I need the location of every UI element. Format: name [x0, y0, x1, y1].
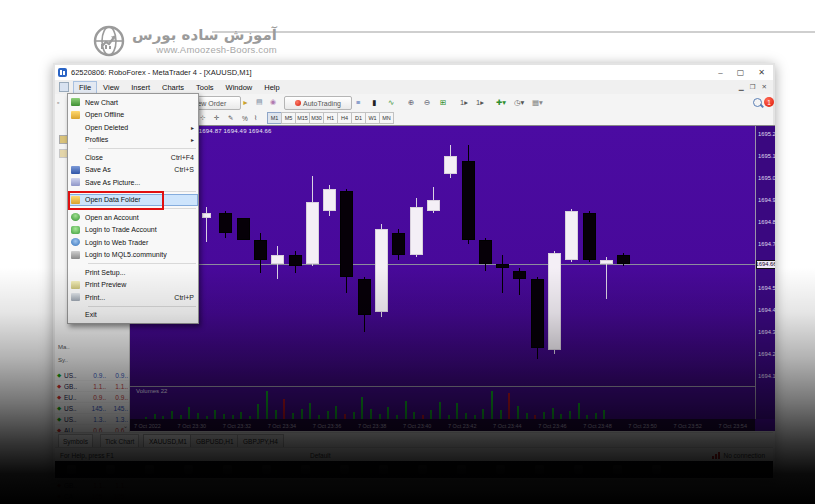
- file-menu-item-new-chart[interactable]: New Chart: [68, 96, 198, 109]
- mt4-app-icon: [58, 68, 67, 77]
- file-menu-item-print-[interactable]: Print...Ctrl+P: [68, 291, 198, 304]
- toolbar-bar-chart-icon[interactable]: ≡: [356, 96, 360, 108]
- volume-bar: [517, 406, 519, 419]
- market-watch-row[interactable]: ◆GB..1.1..1.1..: [55, 480, 129, 491]
- chart-tab-gbpjpy-h4[interactable]: GBPJPY,H4: [237, 434, 284, 448]
- time-axis-label: 7 Oct 23:34: [268, 423, 296, 429]
- timeframe-h4[interactable]: H4: [337, 112, 352, 124]
- drawing-tool-icon[interactable]: ⌇: [254, 112, 257, 124]
- scroll-down-arrow[interactable]: ⌄: [123, 422, 128, 429]
- candle-body: [427, 200, 440, 211]
- file-menu-item-exit[interactable]: Exit: [68, 309, 198, 322]
- toolbar-print-chart-icon[interactable]: ▤: [256, 96, 263, 108]
- market-watch-row[interactable]: ◆US..1.3..1.3..: [55, 414, 129, 425]
- tick-up-icon: ◆: [57, 372, 64, 378]
- chart-window[interactable]: XAUUSD,M1 1694.87 1694.87 1694.49 1694.6…: [130, 125, 775, 431]
- market-watch-row[interactable]: ◆EU..0.9..0.9..: [55, 392, 129, 403]
- market-watch-tab-tick-chart[interactable]: Tick Chart: [100, 434, 139, 448]
- file-menu-item-open-offline[interactable]: Open Offline: [68, 109, 198, 122]
- timeframe-m30[interactable]: M30: [309, 112, 324, 124]
- toolbar-auto-scroll-icon[interactable]: 1▸: [460, 96, 468, 108]
- market-watch-row[interactable]: ◆CA..105..105..: [55, 491, 129, 502]
- market-watch-caption: Ma..: [58, 344, 70, 350]
- submenu-arrow-icon: ▸: [191, 136, 194, 143]
- file-menu-item-profiles[interactable]: Profiles▸: [68, 134, 198, 147]
- drawing-tool-icon[interactable]: ✛: [214, 112, 219, 124]
- file-menu-item-login-to-trade-account[interactable]: Login to Trade Account: [68, 224, 198, 237]
- toolbar-chart-shift-icon[interactable]: ►: [242, 96, 249, 108]
- drawing-tool-icon[interactable]: %: [242, 112, 248, 124]
- maximize-button[interactable]: ▢: [737, 68, 745, 77]
- timeframe-m1[interactable]: M1: [267, 112, 282, 124]
- volume-bar: [266, 391, 268, 419]
- taskbar-app-icon: [574, 465, 583, 474]
- candlestick: [271, 126, 284, 386]
- file-menu-item-print-preview[interactable]: Print Preview: [68, 279, 198, 292]
- price-pane[interactable]: XAUUSD,M1 1694.87 1694.87 1694.49 1694.6…: [130, 126, 755, 386]
- menu-file[interactable]: File: [73, 81, 97, 94]
- file-menu-item-save-as-picture-[interactable]: Save As Picture...: [68, 176, 198, 189]
- toolbar-indicators-icon[interactable]: ✚▾: [496, 96, 506, 108]
- web-icon: [71, 238, 80, 246]
- minimize-button[interactable]: –: [718, 68, 722, 77]
- candle-body: [323, 189, 336, 211]
- market-watch-row[interactable]: ◆US..145..145..: [55, 403, 129, 414]
- menu-insert[interactable]: Insert: [125, 81, 156, 94]
- toolbar-line-chart-icon[interactable]: ∿: [388, 96, 394, 108]
- file-menu-item-open-deleted[interactable]: Open Deleted▸: [68, 121, 198, 134]
- toolbar-periods-icon[interactable]: ◷▾: [514, 96, 524, 108]
- toolbar-icon[interactable]: ▫: [57, 96, 59, 108]
- search-icon[interactable]: [753, 98, 762, 107]
- timeframe-w1[interactable]: W1: [365, 112, 380, 124]
- taskbar-app-icon: [652, 465, 661, 474]
- taskbar-app-icon: [613, 465, 622, 474]
- child-restore-button[interactable]: ❐: [750, 83, 756, 91]
- menu-tools[interactable]: Tools: [190, 81, 220, 94]
- menu-view[interactable]: View: [97, 81, 125, 94]
- market-watch-row[interactable]: ◆GB..1.1..1.1..: [55, 381, 129, 392]
- child-close-button[interactable]: ✕: [762, 83, 767, 91]
- timeframe-mn[interactable]: MN: [379, 112, 394, 124]
- notification-badge[interactable]: 1: [764, 97, 774, 107]
- market-watch-tab-symbols[interactable]: Symbols: [58, 434, 93, 448]
- volume-pane[interactable]: Volumes 22: [130, 387, 755, 419]
- file-menu-label: Login to Web Trader: [85, 239, 148, 246]
- drawing-tool-icon[interactable]: ⊹: [200, 112, 205, 124]
- menu-charts[interactable]: Charts: [156, 81, 190, 94]
- child-minimize-button[interactable]: ▁: [739, 83, 744, 91]
- file-menu-item-print-setup-[interactable]: Print Setup...: [68, 266, 198, 279]
- menu-window[interactable]: Window: [220, 81, 259, 94]
- volume-bar: [283, 399, 285, 419]
- toolbar-zoom-in-icon[interactable]: ⊕: [408, 96, 414, 108]
- menu-help[interactable]: Help: [258, 81, 285, 94]
- candle-wick: [502, 255, 503, 292]
- file-menu-item-open-an-account[interactable]: Open an Account: [68, 211, 198, 224]
- toolbar-news-icon[interactable]: ◉: [270, 96, 276, 108]
- time-axis-label: 7 Oct 23:50: [628, 423, 656, 429]
- file-menu-item-login-to-mql5-community[interactable]: Login to MQL5.community: [68, 249, 198, 262]
- candle-body: [340, 191, 353, 277]
- timeframe-d1[interactable]: D1: [351, 112, 366, 124]
- menu-separator: [88, 148, 196, 149]
- timeframe-h1[interactable]: H1: [323, 112, 338, 124]
- timeframe-m5[interactable]: M5: [281, 112, 296, 124]
- volume-bar: [301, 409, 303, 419]
- toolbar-templates-icon[interactable]: ▦▾: [532, 96, 543, 108]
- market-watch-row[interactable]: ◆US..0.9..0.9..: [55, 370, 129, 381]
- chart-tab-xauusd-m1[interactable]: XAUUSD,M1: [143, 434, 193, 448]
- close-button[interactable]: ✕: [758, 68, 765, 77]
- file-menu-item-login-to-web-trader[interactable]: Login to Web Trader: [68, 236, 198, 249]
- toolbar-chart-shift-end-icon[interactable]: 1▸: [476, 96, 484, 108]
- timeframe-m15[interactable]: M15: [295, 112, 310, 124]
- toolbar-zoom-out-icon[interactable]: ⊖: [424, 96, 430, 108]
- toolbar-candlestick-chart-icon[interactable]: ▮: [372, 96, 376, 108]
- file-menu-item-open-data-folder[interactable]: Open Data Folder: [68, 194, 198, 207]
- file-menu-item-close[interactable]: CloseCtrl+F4: [68, 151, 198, 164]
- autotrading-button[interactable]: AutoTrading: [284, 96, 352, 110]
- toolbar-tile-windows-icon[interactable]: ⊞: [440, 96, 446, 108]
- taskbar-app-icon: [184, 465, 193, 474]
- file-menu-item-save-as[interactable]: Save AsCtrl+S: [68, 164, 198, 177]
- chart-tab-gbpusd-h1[interactable]: GBPUSD,H1: [190, 434, 240, 448]
- time-axis-label: 7 Oct 23:32: [223, 423, 251, 429]
- drawing-tool-icon[interactable]: ✎: [228, 112, 233, 124]
